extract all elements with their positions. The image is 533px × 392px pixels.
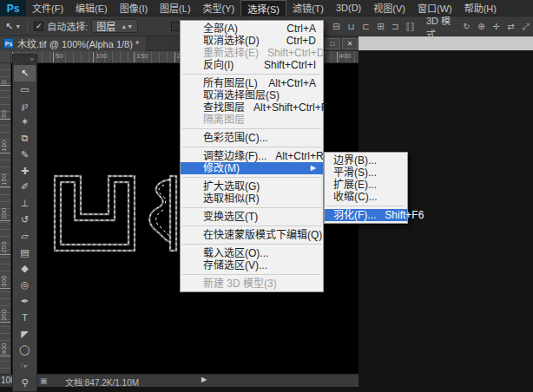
menu-bar-item[interactable]: 帮助(H) — [458, 0, 503, 16]
tools-panel-header[interactable]: » — [13, 55, 36, 65]
vertical-ruler: 050100150200250300350400450 — [0, 63, 11, 374]
menu-item[interactable]: 选取相似(R) ▶ — [181, 193, 323, 205]
menu-item[interactable]: 查找图层 Alt+Shift+Ctrl+F ▶ — [181, 101, 323, 114]
eyedropper-tool[interactable]: ✎ — [13, 147, 36, 163]
document-size-info: 文档:847.2K/1.10M — [65, 376, 139, 389]
menu-bar-item[interactable]: 图像(I) — [114, 0, 154, 16]
menu-separator — [182, 274, 321, 275]
menu-item[interactable]: 取消选择图层(S) ▶ — [181, 89, 323, 101]
pen-tool[interactable]: ✒ — [13, 293, 36, 310]
3d-scale-icon[interactable]: ⤢ — [518, 22, 533, 32]
close-window-button[interactable]: ✕ — [342, 38, 358, 49]
submenu-arrow-icon: ▶ — [311, 162, 316, 174]
submenu-item[interactable]: 羽化(F)... Shift+F6 — [325, 209, 407, 221]
submenu-item[interactable]: 边界(B)... — [325, 154, 407, 167]
ruler-corner — [0, 51, 11, 63]
align-horizontal-centers-icon[interactable]: ⊞ — [373, 22, 388, 31]
menu-item[interactable]: 调整边缘(F)... Alt+Ctrl+R ▶ — [181, 150, 323, 162]
zoom-level-field[interactable]: 100% — [1, 376, 12, 385]
menu-separator — [182, 177, 321, 178]
menu-bar-item[interactable]: 图层(L) — [154, 0, 196, 16]
gradient-tool[interactable]: ▤ — [13, 245, 36, 261]
menu-item[interactable]: 新建 3D 模型(3) ▶ — [181, 278, 323, 290]
options-bar-right-icons: ⊓ ⊟ ⊔ ⊏ ⊞ ⊐ ⟦⟧ 3D 模式 ↻ — [314, 16, 533, 36]
menu-item[interactable]: 扩大选取(G) ▶ — [181, 180, 323, 193]
photoshop-window: Ps 文件(F) 编辑(E) 图像(I) 图层(L) — [0, 0, 533, 392]
crop-tool[interactable]: ⧉ — [13, 130, 36, 147]
menu-bar-item[interactable]: 选择(S) — [240, 0, 286, 16]
menu-item[interactable]: 载入选区(O)... ▶ — [181, 247, 323, 259]
blur-tool[interactable]: ◆ — [13, 261, 36, 278]
brush-tool[interactable]: ✐ — [13, 180, 36, 196]
menu-item[interactable]: 所有图层(L) Alt+Ctrl+A ▶ — [181, 77, 323, 89]
3d-orbit-icon[interactable]: ↻ — [459, 22, 474, 32]
menu-item[interactable]: 存储选区(V)... ▶ — [181, 259, 323, 271]
rectangular-marquee-tool[interactable]: ▭ — [13, 82, 36, 98]
file-thumbnail-icon: Ps — [3, 38, 14, 49]
magic-wand-tool[interactable]: ✶ — [13, 114, 36, 130]
dropdown-arrows-icon: ▲▼ — [121, 23, 133, 29]
submenu-item[interactable]: 扩展(E)... — [325, 179, 407, 191]
menu-separator — [326, 206, 405, 206]
menu-item[interactable]: 取消选择(D) Ctrl+D ▶ — [181, 35, 323, 47]
ps-logo: Ps — [0, 0, 26, 16]
auto-select-checkbox[interactable]: ✓ — [34, 22, 43, 31]
menu-separator — [182, 207, 321, 208]
3d-roll-icon[interactable]: ⊕ — [474, 22, 489, 32]
submenu-item[interactable]: 平滑(S)... — [325, 167, 407, 179]
hand-tool[interactable]: ☞ — [13, 358, 36, 375]
clone-stamp-tool[interactable]: ⊥ — [13, 195, 36, 212]
menu-item[interactable]: 全部(A) Ctrl+A ▶ — [181, 23, 323, 35]
select-menu-dropdown: 全部(A) Ctrl+A ▶ 取消选择(D) Ctrl+D ▶ 重新选择(E) … — [180, 20, 324, 292]
3d-mode-label: 3D 模式 — [426, 13, 454, 41]
options-divider — [27, 19, 28, 33]
menu-bar-item[interactable]: 文件(F) — [26, 0, 69, 16]
menu-bar-item[interactable]: 窗口(W) — [411, 0, 458, 16]
move-tool[interactable]: ↖ — [14, 65, 36, 82]
eraser-tool[interactable]: ▱ — [13, 228, 36, 245]
tool-preset-chevron-icon[interactable]: ▼ — [15, 23, 21, 29]
menu-item[interactable]: 修改(M) ▶ — [181, 162, 323, 174]
3d-slide-icon[interactable]: ⇄ — [503, 22, 518, 32]
align-right-edges-icon[interactable]: ⊐ — [388, 22, 403, 31]
menu-item[interactable]: 隔离图层 ▶ — [181, 114, 323, 126]
menu-item[interactable]: 色彩范围(C)... ▶ — [181, 132, 323, 144]
status-options-arrow-icon[interactable]: ▶ — [201, 376, 207, 383]
shape-tool[interactable]: ◯ — [13, 343, 36, 359]
menu-bar-item[interactable]: 滤镜(T) — [286, 0, 330, 16]
align-vertical-centers-icon[interactable]: ⊟ — [329, 22, 344, 31]
restore-window-button[interactable]: □ — [325, 38, 340, 49]
menu-bar-item[interactable]: 编辑(E) — [69, 0, 114, 16]
menu-separator — [182, 244, 321, 245]
modify-submenu: 边界(B)... 平滑(S)... 扩展(E)... 收缩(C)... 羽化(F… — [324, 152, 408, 224]
menu-separator — [182, 128, 321, 129]
3d-pan-icon[interactable]: ✛ — [489, 22, 503, 32]
menu-separator — [182, 147, 321, 147]
menu-bar-item[interactable]: 视图(V) — [367, 0, 411, 16]
menu-item[interactable]: 反向(I) Shift+Ctrl+I ▶ — [181, 59, 323, 71]
path-selection-tool[interactable]: ◤ — [13, 326, 36, 343]
menu-bar-items: 文件(F) 编辑(E) 图像(I) 图层(L) 类型(Y) — [26, 0, 503, 16]
type-tool[interactable]: T — [13, 310, 36, 326]
menu-separator — [182, 225, 321, 226]
align-bottom-edges-icon[interactable]: ⊔ — [344, 22, 359, 31]
menu-item[interactable]: 重新选择(E) Shift+Ctrl+D ▶ — [181, 47, 323, 59]
align-left-edges-icon[interactable]: ⊏ — [359, 22, 373, 31]
lasso-tool[interactable]: ℘ — [13, 98, 36, 114]
zoom-tool[interactable]: ⚲ — [13, 375, 36, 391]
status-preview-icon: ▣ — [40, 376, 48, 385]
menu-bar: Ps 文件(F) 编辑(E) 图像(I) 图层(L) — [0, 0, 533, 16]
align-icons-group: ⊓ ⊟ ⊔ ⊏ ⊞ ⊐ ⟦⟧ — [314, 22, 418, 31]
menu-item[interactable]: 在快速蒙版模式下编辑(Q) ▶ — [181, 229, 323, 241]
distribute-icon[interactable]: ⟦⟧ — [403, 22, 418, 31]
history-brush-tool[interactable]: ↺ — [13, 212, 36, 228]
tools-panel: » ↖ ▭ ℘ ✶ ⧉ — [12, 54, 37, 392]
menu-bar-item[interactable]: 3D(D) — [330, 0, 367, 16]
auto-select-target-dropdown[interactable]: 图层 ▲▼ — [91, 19, 138, 33]
submenu-item[interactable]: 收缩(C)... — [325, 191, 407, 203]
dodge-tool[interactable]: ◎ — [13, 277, 36, 293]
menu-bar-item[interactable]: 类型(Y) — [197, 0, 241, 16]
healing-brush-tool[interactable]: ✚ — [13, 163, 36, 180]
menu-item[interactable]: 变换选区(T) ▶ — [181, 211, 323, 223]
document-tab[interactable]: Ps 木纹.tif @ 100%(Alpha 1/8) * — [0, 36, 146, 51]
